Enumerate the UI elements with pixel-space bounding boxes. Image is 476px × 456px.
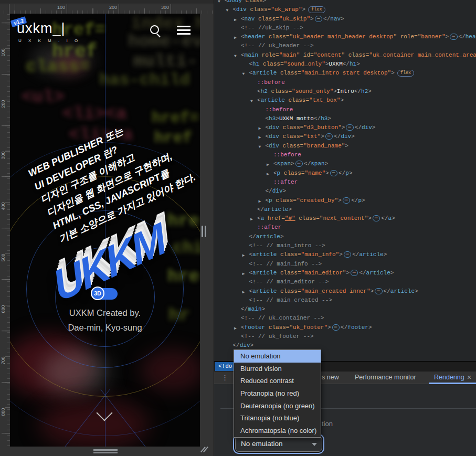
dom-tree-line[interactable]: <!-- //uk_skip --> [214,24,476,33]
breadcrumb-item[interactable]: <!do [215,362,235,371]
expand-icon[interactable]: ▶ [267,169,269,178]
expand-icon[interactable]: ▶ [250,215,253,224]
more-badge[interactable]: ⋯ [325,133,333,140]
collapse-icon[interactable]: ▼ [226,6,229,15]
dropdown-option[interactable]: Deuteranopia (no green) [234,400,321,412]
more-badge[interactable]: ⋯ [450,34,457,40]
3d-toggle-knob[interactable]: 3D [91,287,104,300]
dom-tree-line[interactable]: </div> [214,341,476,350]
dom-tree-line[interactable]: </div> [214,187,476,196]
dom-tree-line[interactable]: <!-- // main_created --> [214,296,476,305]
dom-tree-line[interactable]: <h2 class="sound_only">Intro</h2> [214,87,476,96]
site-header: v1.2 uxkm_| U X K M . I O [10,14,200,61]
dom-tree-line[interactable]: </article> [214,205,476,214]
more-badge[interactable]: ⋯ [344,251,351,258]
dom-tree-line[interactable]: <!-- // main_info --> [214,260,476,269]
dom-token: "main_created inner" [301,288,371,294]
stage: index.hthome-evhref=hrefmulti-class=has-… [0,0,476,456]
ruler-left [0,14,10,447]
dom-tree-line[interactable]: ▼<article class="txt_box"> [214,96,476,105]
tab-performance-monitor[interactable]: Performance monitor [355,374,416,381]
dom-tree-line[interactable]: <!-- // uk_header --> [214,41,476,50]
dom-tree-line[interactable]: <!-- // uk_container --> [214,314,476,323]
dropdown-option[interactable]: Blurred vision [234,363,321,375]
dom-tree-line[interactable]: ▶<div class="d3_button">⋯</div> [214,123,476,132]
expand-icon[interactable]: ▶ [259,133,261,142]
dom-tree-line[interactable]: ▶<span>⋯</span> [214,160,476,168]
dropdown-option[interactable]: Achromatopsia (no color) [234,425,321,437]
more-badge[interactable]: ⋯ [373,215,380,221]
expand-icon[interactable]: ▶ [242,251,245,260]
drawer-menu-icon[interactable]: ⋮ [221,374,228,381]
dropdown-option[interactable]: Reduced contrast [234,375,321,387]
dom-tree-line[interactable]: <!-- // uk_footer --> [214,332,476,341]
dom-tree-line[interactable]: ▶<div class="txt">⋯</div> [214,132,476,141]
hamburger-menu-icon[interactable] [177,26,191,37]
dom-tree-line[interactable]: ▼<div class="brand_name"> [214,142,476,151]
dom-tree-line[interactable]: ▶<p class="name">⋯</p> [214,169,476,178]
dropdown-option[interactable]: Tritanopia (no blue) [234,412,321,425]
vision-deficiency-select[interactable]: No emulation [235,436,322,452]
dom-tree-line[interactable]: ::before [214,151,476,160]
more-badge[interactable]: ⋯ [295,161,303,167]
device-drag-handle-bottom[interactable] [93,449,118,455]
dom-tree-line[interactable]: ▶<article class="main_info">⋯</article> [214,250,476,259]
dom-tree-line[interactable]: <!-- // main_intro --> [214,241,476,250]
dom-tree-line[interactable]: ▼<div class="uk_wrap">flex [214,5,476,14]
expand-icon[interactable]: ▶ [267,160,269,169]
dom-tree-line[interactable]: ::after [214,223,476,232]
dom-token: < [257,88,261,94]
tab-rendering[interactable]: Rendering [434,374,464,381]
flex-badge[interactable]: flex [397,70,414,77]
dom-tree-line[interactable]: ::after [214,178,476,187]
dom-tree-line[interactable]: ▶<p class="created_by">⋯</p> [214,196,476,205]
dom-tree-line[interactable]: ▶<article class="main_created inner">⋯</… [214,287,476,296]
dom-tree-line[interactable]: </main> [214,305,476,314]
dom-tree-line[interactable]: ▶<article class="main_editor">⋯</article… [214,269,476,278]
dom-tree-line[interactable]: ▶<footer class="uk_footer">⋯</footer> [214,323,476,332]
dom-tree: ▼<body class>▼<div class="uk_wrap">flex▶… [214,0,476,360]
expand-icon[interactable]: ▶ [234,33,237,42]
expand-icon[interactable]: ▶ [259,197,261,206]
dom-tree-line[interactable]: ▼<article class="main_intro start deskto… [214,69,476,78]
dom-token: h2 [361,88,368,94]
more-badge[interactable]: ⋯ [330,170,337,176]
expand-icon[interactable]: ▶ [242,269,245,278]
collapse-icon[interactable]: ▼ [250,97,253,105]
expand-icon[interactable]: ▶ [234,15,237,24]
dom-tree-line[interactable]: <h3>UXKM motto</h3> [214,114,476,123]
dropdown-option[interactable]: Protanopia (no red) [234,387,321,400]
more-badge[interactable]: ⋯ [346,124,353,131]
collapse-icon[interactable]: ▼ [242,69,245,78]
3d-toggle[interactable]: 3D [92,288,118,300]
dom-tree-line[interactable]: ▶<a href="#" class="next_content">⋯</a> [214,214,476,223]
collapse-icon[interactable]: ▼ [259,142,261,151]
device-resize-handle[interactable] [203,446,206,453]
more-badge[interactable]: ⋯ [343,197,350,204]
more-badge[interactable]: ⋯ [315,16,322,22]
more-badge[interactable]: ⋯ [375,288,382,294]
more-badge[interactable]: ⋯ [332,324,340,331]
dom-tree-line[interactable]: </article> [214,232,476,241]
expand-icon[interactable]: ▶ [242,288,245,296]
tab-whats-new[interactable]: s new [322,374,339,381]
dom-token: class= [279,143,303,149]
dom-tree-line[interactable]: ::before [214,78,476,87]
dom-tree-line[interactable]: ▼<body class> [214,0,476,5]
dom-tree-line[interactable]: ▶<nav class="uk_skip">⋯</nav> [214,15,476,24]
tab-close-icon[interactable]: × [467,373,471,381]
expand-icon[interactable]: ▶ [259,124,261,133]
more-badge[interactable]: ⋯ [351,270,358,276]
dropdown-option[interactable]: No emulation [234,350,321,363]
expand-icon[interactable]: ▶ [234,324,237,333]
dom-tree-line[interactable]: ▼<main role="main" id="content" class="u… [214,51,476,60]
flex-badge[interactable]: flex [308,6,325,13]
dom-tree-line[interactable]: <!-- // main_editor --> [214,278,476,287]
collapse-icon[interactable]: ▼ [234,51,237,60]
site-logo[interactable]: uxkm_| [17,20,66,37]
dom-tree-line[interactable]: <h1 class="sound_only">UXKM</h1> [214,60,476,69]
dom-tree-line[interactable]: ::before [214,105,476,114]
device-drag-handle-right[interactable] [202,226,206,237]
dom-tree-line[interactable]: ▶<header class="uk_header main_header de… [214,33,476,41]
search-icon[interactable] [150,25,159,34]
